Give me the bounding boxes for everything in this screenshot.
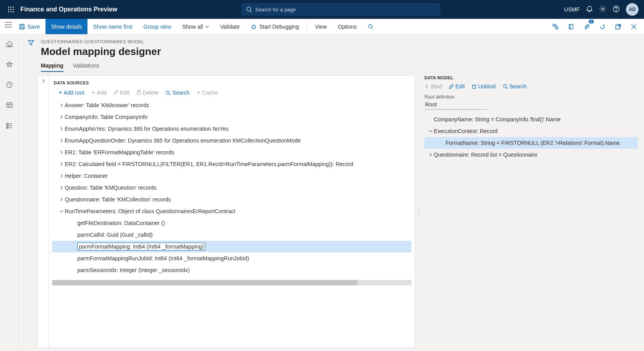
filter-icon[interactable] <box>27 39 35 351</box>
tree-node-label: Questionnaire: Record list = Questionnai… <box>434 152 537 158</box>
show-all-menu[interactable]: Show all <box>177 19 215 34</box>
tree-node[interactable]: Questionnaire: Table 'KMCollection' reco… <box>52 194 411 205</box>
search-button[interactable]: Search <box>503 83 527 90</box>
caret-right-icon[interactable] <box>58 197 65 201</box>
caret-right-icon[interactable] <box>58 127 65 131</box>
tree-node[interactable]: EnumAppQuestionOrder: Dynamics 365 for O… <box>52 135 411 146</box>
notifications-icon[interactable] <box>586 5 593 14</box>
start-debugging-button[interactable]: Start Debugging <box>245 19 304 34</box>
edit-button[interactable]: Edit <box>449 83 465 90</box>
app-launcher-button[interactable] <box>3 6 19 13</box>
caret-right-icon[interactable] <box>58 103 65 107</box>
svg-rect-36 <box>7 127 8 128</box>
app-title: Finance and Operations Preview <box>20 6 117 13</box>
caret-right-icon[interactable] <box>58 115 65 119</box>
svg-line-44 <box>169 93 170 95</box>
workspaces-icon[interactable] <box>2 99 17 112</box>
options-menu[interactable]: Options <box>332 19 362 34</box>
tree-node-label: getFileDestination: DataContainer () <box>77 220 165 226</box>
tree-node[interactable]: ER2: Calculated field = FIRSTORNULL(FILT… <box>52 158 411 170</box>
related-icon[interactable] <box>550 21 561 32</box>
tree-node[interactable]: parmCallId: Guid (Guid _callId) <box>52 229 411 241</box>
caret-right-icon[interactable] <box>58 174 65 178</box>
close-icon[interactable] <box>628 21 639 32</box>
search-icon <box>246 6 252 13</box>
nav-expand-button[interactable] <box>5 22 12 29</box>
root-definition-value[interactable]: Root <box>424 101 487 110</box>
group-view-button[interactable]: Group view <box>138 19 177 34</box>
tree-node[interactable]: FormatName: String = FIRSTORNULL (ER2.'>… <box>424 137 638 149</box>
company-picker[interactable]: USMF <box>564 6 580 13</box>
svg-line-10 <box>250 11 252 12</box>
caret-right-icon[interactable] <box>58 139 65 143</box>
data-sources-title: DATA SOURCES <box>49 76 415 87</box>
panel-collapse-button[interactable] <box>38 76 49 347</box>
tab-mapping[interactable]: Mapping <box>41 62 64 72</box>
search-button[interactable]: Search <box>166 90 189 96</box>
tree-node[interactable]: RunTimeParameters: Object of class Quest… <box>52 205 411 217</box>
root-definition-label: Root definition <box>424 94 638 100</box>
tree-node[interactable]: Helper: Container <box>52 170 411 182</box>
save-button[interactable]: Save <box>19 19 45 34</box>
tree-node[interactable]: parmSessionIdx: Integer (Integer _sessio… <box>52 264 411 276</box>
tree-node[interactable]: ER1: Table 'ERFormatMappingTable' record… <box>52 146 411 158</box>
tree-node[interactable]: parmFormatMappingRunJobId: Int64 (Int64 … <box>52 252 411 264</box>
svg-point-0 <box>8 7 9 8</box>
cache-button[interactable]: + Cache <box>197 89 218 96</box>
data-model-toolbar: Bind Edit Unbind Search <box>424 83 638 90</box>
edit-button[interactable]: Edit <box>114 90 129 96</box>
global-search-input[interactable]: Search for a page <box>241 3 440 16</box>
tree-node[interactable]: CompanyName: String = CompanyInfo.'find(… <box>424 113 638 125</box>
user-avatar[interactable]: AD <box>626 3 639 16</box>
show-name-first-button[interactable]: Show name first <box>87 19 138 34</box>
popout-icon[interactable] <box>613 21 624 32</box>
recent-icon[interactable] <box>2 79 17 91</box>
tab-validations[interactable]: Validations <box>73 62 99 72</box>
filter-rail <box>19 35 38 351</box>
office-icon[interactable] <box>566 21 577 32</box>
show-details-button[interactable]: Show details <box>45 19 87 34</box>
tree-node[interactable]: getFileDestination: DataContainer () <box>52 217 411 229</box>
data-sources-toolbar: +Add root + Add Edit Delete Search + Cac… <box>49 87 415 99</box>
tree-node[interactable]: EnumAppNoYes: Dynamics 365 for Operation… <box>52 123 411 135</box>
home-icon[interactable] <box>2 38 17 50</box>
tree-node[interactable]: Question: Table 'KMQuestion' records <box>52 182 411 194</box>
svg-point-21 <box>368 24 372 28</box>
settings-icon[interactable] <box>599 5 606 14</box>
chevron-down-icon <box>205 26 209 28</box>
caret-right-icon[interactable] <box>58 162 65 166</box>
svg-point-46 <box>419 211 420 212</box>
svg-point-20 <box>252 26 255 29</box>
add-root-button[interactable]: +Add root <box>58 89 84 96</box>
favorites-icon[interactable] <box>2 58 17 71</box>
unbind-button[interactable]: Unbind <box>472 83 495 90</box>
tree-node[interactable]: Questionnaire: Record list = Questionnai… <box>424 149 638 161</box>
bind-button[interactable]: Bind <box>424 83 442 90</box>
attachments-icon[interactable]: 0 <box>581 21 592 32</box>
page-title: Model mapping designer <box>41 46 644 58</box>
horizontal-scrollbar[interactable] <box>52 280 411 285</box>
modules-icon[interactable] <box>2 119 17 132</box>
validate-button[interactable]: Validate <box>215 19 245 34</box>
view-menu[interactable]: View <box>309 19 332 34</box>
help-icon[interactable] <box>613 5 620 14</box>
caret-down-icon[interactable] <box>428 130 434 133</box>
tree-node[interactable]: parmFormatMapping: Int64 (Int64 _formatM… <box>52 241 411 252</box>
caret-right-icon[interactable] <box>58 150 65 154</box>
add-button[interactable]: + Add <box>91 89 107 96</box>
tree-node-label: CompanyInfo: Table CompanyInfo <box>65 114 147 120</box>
tree-node-label: parmSessionIdx: Integer (Integer _sessio… <box>77 267 189 273</box>
tree-node-label: parmFormatMapping: Int64 (Int64 _formatM… <box>77 243 205 250</box>
tree-node[interactable]: ExecutionContext: Record <box>424 125 638 137</box>
svg-rect-34 <box>7 123 8 124</box>
find-button[interactable] <box>362 19 379 34</box>
global-header: Finance and Operations Preview Search fo… <box>0 0 644 19</box>
tree-node[interactable]: Answer: Table 'KMAnswer' records <box>52 99 411 111</box>
caret-right-icon[interactable] <box>428 153 434 157</box>
refresh-icon[interactable] <box>597 21 608 32</box>
splitter[interactable] <box>415 72 424 351</box>
caret-down-icon[interactable] <box>58 210 65 213</box>
caret-right-icon[interactable] <box>58 186 65 190</box>
delete-button[interactable]: Delete <box>136 90 158 96</box>
tree-node[interactable]: CompanyInfo: Table CompanyInfo <box>52 111 411 123</box>
